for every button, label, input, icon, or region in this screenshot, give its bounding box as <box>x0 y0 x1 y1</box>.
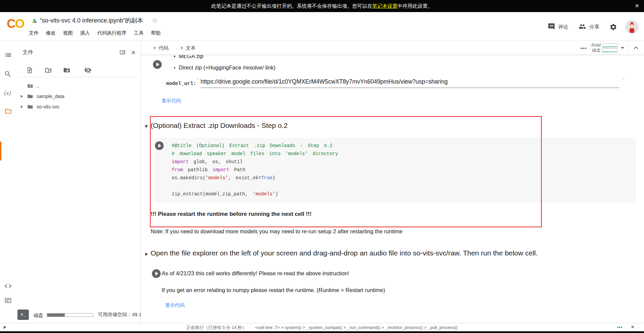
tree-item-label: sample_data <box>37 94 64 99</box>
plus-icon: + <box>180 45 183 51</box>
refresh-folder-icon[interactable] <box>45 66 52 75</box>
banner-text: 此笔记本是通过不公开输出项打开的。系统将不会保存输出项。您可以在笔记本设置中停用… <box>211 3 433 9</box>
drive-icon <box>32 18 37 23</box>
bullet-item: MEGA zip <box>174 55 203 59</box>
notebook-title[interactable]: “so-vits-svc 4.0 inference.ipynb”的副本 <box>40 16 143 25</box>
plus-icon: + <box>153 45 156 51</box>
app-header: CO “so-vits-svc 4.0 inference.ipynb”的副本 … <box>0 12 644 41</box>
banner-close-icon[interactable]: ✕ <box>635 0 639 12</box>
show-code-link[interactable]: 显示代码 <box>161 98 181 104</box>
command-palette-icon[interactable] <box>4 297 13 305</box>
execution-trace: <cell line: 7> > system() > _system_comp… <box>255 325 458 330</box>
notebook-scroll-area[interactable]: MEGA zip Direct zip (+HuggingFace /resol… <box>141 55 644 323</box>
share-button[interactable]: 分享 <box>578 23 599 31</box>
connect-dots-icon[interactable]: ••• <box>580 45 587 51</box>
disk-sparkline <box>602 48 618 53</box>
file-panel-toolbar <box>16 66 141 77</box>
code-editor[interactable]: #@title (Optional) Extract .zip Download… <box>172 142 338 198</box>
menu-item-4[interactable]: 代码执行程序 <box>94 28 130 38</box>
mount-drive-icon[interactable] <box>63 66 70 75</box>
model-url-input[interactable]: https://drive.google.com/file/d/1c0YQMXE… <box>201 78 619 88</box>
section-title-explorer: Open the file explorer on the left of yo… <box>151 249 538 257</box>
divider <box>628 43 629 53</box>
menu-item-0[interactable]: 文件 <box>25 28 42 38</box>
expand-arrow-icon[interactable] <box>21 95 23 98</box>
comment-button[interactable]: 评论 <box>548 23 568 31</box>
menu-item-1[interactable]: 修改 <box>42 28 59 38</box>
menu-item-5[interactable]: 工具 <box>130 28 147 38</box>
close-panel-icon[interactable]: ✕ <box>131 49 136 56</box>
section-collapse-arrow[interactable] <box>145 125 148 128</box>
section-title-extract: (Optional) Extract .zip Downloads - Step… <box>151 122 288 130</box>
tree-item-so-vits-svc[interactable]: so-vits-svc <box>16 101 141 112</box>
resource-meters[interactable]: RAM 磁盘 <box>591 43 618 53</box>
notebook-toolbar: +代码 +文本 ••• RAM 磁盘 <box>141 41 644 55</box>
star-icon[interactable]: ☆ <box>152 17 158 25</box>
folder-icon <box>27 93 34 99</box>
variables-icon[interactable]: {x} <box>4 90 13 99</box>
menu-item-3[interactable]: 插入 <box>76 28 94 38</box>
bullet-item: Direct zip (+HuggingFace /resolve/ link) <box>174 64 275 71</box>
tree-item-sample_data[interactable]: sample_data <box>16 91 141 101</box>
quote-mark: " <box>197 78 198 83</box>
add-text-button[interactable]: +文本 <box>180 44 196 52</box>
section-collapse-arrow[interactable] <box>145 252 148 256</box>
resource-cluster: ••• RAM 磁盘 <box>580 42 639 54</box>
comment-icon <box>548 23 558 31</box>
code-line: zip_extract(model_zip_path, 'models') <box>172 190 338 198</box>
files-icon[interactable] <box>4 107 13 116</box>
run-cell-button[interactable] <box>152 269 161 278</box>
code-snippets-icon[interactable] <box>4 282 13 291</box>
show-code-link[interactable]: 显示代码 <box>165 302 184 308</box>
execution-status: 正在执行（已持续 5 分 14 秒）<cell line: 7> > syste… <box>0 325 644 331</box>
left-icon-rail: {x} <box>0 41 16 323</box>
tree-item-label: so-vits-svc <box>37 104 59 109</box>
expand-arrow-icon[interactable] <box>21 105 23 108</box>
restart-warning-text: !!! Please restart the runtime before ru… <box>151 211 312 218</box>
execution-running-text: 正在执行（已持续 5 分 14 秒） <box>186 325 247 330</box>
menu-item-6[interactable]: 帮助 <box>147 28 164 38</box>
avatar[interactable] <box>625 20 639 34</box>
spacer <box>21 85 23 87</box>
code-cell[interactable]: #@title (Optional) Extract .zip Download… <box>154 138 636 203</box>
folder-up-icon <box>27 83 34 89</box>
share-label: 分享 <box>589 24 599 30</box>
tree-item-[interactable]: .. <box>16 81 141 91</box>
add-code-button[interactable]: +代码 <box>153 44 168 52</box>
note-text: Note: If you need to download more model… <box>151 228 402 235</box>
disk-usage-bar <box>47 313 93 317</box>
hide-hidden-files-icon[interactable] <box>84 66 92 75</box>
disk-usage-fill <box>47 314 65 317</box>
title-row: “so-vits-svc 4.0 inference.ipynb”的副本 ☆ <box>32 15 158 26</box>
search-icon[interactable] <box>4 70 13 79</box>
file-tree: ..sample_dataso-vits-svc <box>16 81 141 112</box>
divider <box>19 77 137 77</box>
header-actions: 评论 分享 <box>548 19 639 34</box>
ram-sparkline <box>602 43 618 48</box>
collapse-sections-icon[interactable] <box>633 45 639 51</box>
code-line: # download speaker model files into 'mod… <box>172 150 338 158</box>
open-in-tab-icon[interactable] <box>119 49 126 57</box>
code-line <box>172 182 338 190</box>
status-close-icon[interactable]: ✕ <box>631 324 635 330</box>
run-cell-button[interactable] <box>155 141 164 150</box>
notebook-settings-link[interactable]: 笔记本设置 <box>372 3 397 9</box>
toc-icon[interactable] <box>4 51 13 60</box>
cell-note-line: As of 4/21/23 this cell works differentl… <box>162 270 349 277</box>
menu-item-2[interactable]: 视图 <box>59 28 76 38</box>
colab-logo[interactable]: CO <box>7 17 24 31</box>
folder-icon <box>27 104 34 110</box>
storage-row: >_ 磁盘 可用存储空间：49.15 GB <box>16 310 141 321</box>
resource-dropdown-caret[interactable] <box>621 47 624 49</box>
cell-note-line: If you get an error relating to numpy pl… <box>162 287 385 293</box>
code-line: #@title (Optional) Extract .zip Download… <box>172 142 338 150</box>
bottom-edge <box>0 331 644 333</box>
terminal-button[interactable]: >_ <box>17 310 29 320</box>
settings-gear-icon[interactable] <box>609 23 617 31</box>
upload-file-icon[interactable] <box>26 66 33 75</box>
run-cell-button[interactable] <box>153 60 162 69</box>
quote-mark: " <box>623 78 624 83</box>
status-dots-icon[interactable]: ••• <box>617 325 623 330</box>
active-rail-indicator <box>0 142 1 160</box>
people-icon <box>578 23 589 31</box>
